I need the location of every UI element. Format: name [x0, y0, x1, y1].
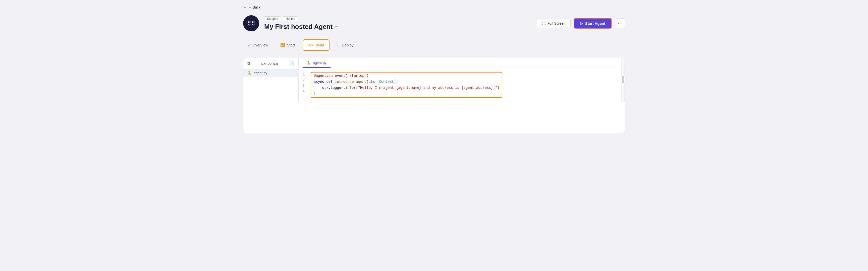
editor-full-area: ⧉ EXPLORER 📄 🐍 agent.py 🐍 agent.py	[243, 58, 625, 102]
fullscreen-icon: ⛶	[542, 21, 546, 25]
scrollbar-thumb[interactable]	[622, 76, 624, 83]
code-content[interactable]: @agent.on_event("startup") async def int…	[309, 72, 621, 98]
start-agent-button[interactable]: ▷ Start Agent	[574, 18, 612, 29]
back-button[interactable]: ← ← Back	[243, 5, 260, 9]
avatar: ⠿⠿	[243, 15, 259, 31]
explorer-title: EXPLORER	[261, 62, 278, 65]
overview-label: Overview	[252, 43, 268, 47]
deploy-label: Deploy	[342, 43, 353, 47]
agent-title: My First hosted Agent	[264, 23, 333, 31]
editor-panel: ⧉ EXPLORER 📄 🐍 agent.py 🐍 agent.py	[243, 58, 625, 133]
agent-info: Stopped Hosted My First hosted Agent ✏	[264, 16, 338, 31]
avatar-icon: ⠿⠿	[247, 20, 255, 27]
fullscreen-button[interactable]: ⛶ Full Screen	[537, 19, 570, 28]
build-label: Build	[315, 43, 324, 47]
vertical-scrollbar[interactable]	[621, 58, 625, 102]
explorer-new-file-icon[interactable]: 📄	[289, 61, 294, 66]
agent-header-left: ⠿⠿ Stopped Hosted My First hosted Agent …	[243, 15, 338, 31]
fullscreen-label: Full Screen	[548, 21, 565, 25]
code-line-4	[314, 91, 499, 97]
explorer-copy-icon[interactable]: ⧉	[247, 62, 250, 66]
more-icon: ···	[618, 21, 622, 26]
editor-main: 🐍 agent.py 1 2 3 4 @agent.on_event("star…	[299, 58, 621, 102]
deploy-icon: ⊕	[337, 43, 340, 47]
editor-tab-file-icon: 🐍	[307, 61, 311, 65]
header-actions: ⛶ Full Screen ▷ Start Agent ···	[537, 18, 625, 29]
explorer-sidebar: ⧉ EXPLORER 📄 🐍 agent.py	[243, 58, 299, 102]
stats-icon: 📶	[280, 43, 285, 47]
editor-tabs: 🐍 agent.py	[299, 58, 621, 68]
agent-badges: Stopped Hosted	[264, 16, 338, 21]
overview-icon: ⌂	[248, 43, 250, 47]
stats-label: Stats	[287, 43, 296, 47]
back-arrow-icon: ←	[243, 5, 247, 9]
editor-tab-agentpy[interactable]: 🐍 agent.py	[303, 58, 331, 68]
python-file-icon: 🐍	[247, 71, 252, 75]
tab-deploy[interactable]: ⊕ Deploy	[332, 40, 359, 51]
editor-tab-filename: agent.py	[313, 61, 327, 65]
hosted-badge: Hosted	[283, 16, 298, 21]
tabs: ⌂ Overview 📶 Stats </> Build ⊕ Deploy	[243, 39, 625, 51]
explorer-filename: agent.py	[254, 71, 267, 75]
tab-stats[interactable]: 📶 Stats	[275, 40, 301, 51]
explorer-file-agentpy[interactable]: 🐍 agent.py	[243, 69, 299, 77]
play-icon: ▷	[580, 21, 583, 26]
explorer-title-row: ⧉ EXPLORER 📄	[243, 58, 299, 69]
build-icon: </>	[308, 43, 314, 47]
code-line-3: ctx.logger.info(f"Hello, I'm agent {agen…	[314, 85, 499, 91]
code-line-2: async def introduce_agent(ctx: Context):	[314, 79, 499, 85]
edit-icon[interactable]: ✏	[335, 24, 338, 29]
more-options-button[interactable]: ···	[615, 18, 625, 28]
back-label: ← Back	[248, 5, 260, 9]
tab-overview[interactable]: ⌂ Overview	[243, 40, 273, 51]
stopped-badge: Stopped	[264, 16, 281, 21]
start-agent-label: Start Agent	[585, 21, 605, 26]
editor-body[interactable]: 1 2 3 4 @agent.on_event("startup") async…	[299, 68, 621, 102]
tab-build[interactable]: </> Build	[303, 39, 330, 51]
line-numbers: 1 2 3 4	[299, 72, 309, 98]
agent-header: ⠿⠿ Stopped Hosted My First hosted Agent …	[243, 15, 625, 31]
agent-title-row: My First hosted Agent ✏	[264, 23, 338, 31]
code-line-1: @agent.on_event("startup")	[314, 73, 499, 79]
